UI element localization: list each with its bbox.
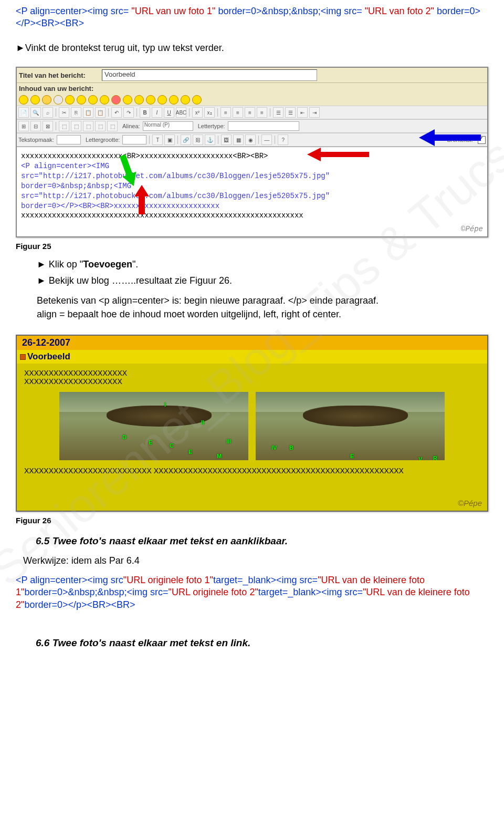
- tekstopmaak-label: Tekstopmaak:: [18, 137, 54, 143]
- code-text: <P align=center><img src=: [16, 6, 129, 16]
- code-text: "URL van foto 2": [365, 6, 434, 16]
- editor-source-area[interactable]: xxxxxxxxxxxxxxxxxxxxxxx<BR>xxxxxxxxxxxxx…: [17, 147, 487, 236]
- svg-marker-1: [119, 154, 138, 187]
- copy-icon[interactable]: ⎘: [71, 107, 81, 118]
- align-justify-icon[interactable]: ≡: [257, 107, 267, 118]
- list-icon[interactable]: ☰: [273, 107, 284, 118]
- tb-btn[interactable]: 🔍: [30, 107, 41, 118]
- blog-text: XXXXXXXXXXXXXXXXXXXXXXXXXX XXXXXXXXXXXXX…: [24, 467, 480, 475]
- tb-btn[interactable]: ⌕: [43, 107, 53, 118]
- outdent-icon[interactable]: ⇤: [297, 107, 308, 118]
- alinea-label: Alinea:: [122, 123, 140, 129]
- list-ol-icon[interactable]: ☰: [285, 107, 296, 118]
- tb-btn[interactable]: ⬚: [59, 121, 69, 131]
- svg-marker-3: [134, 185, 149, 214]
- toolbar-row-2: ⊞ ⊟ ⊠ ⬚ ⬚ ⬚ ⬚ ⬚ Alinea: Normal (P) Lette…: [17, 119, 487, 133]
- tb-btn[interactable]: ⊞: [18, 121, 29, 131]
- code-text: <P align=center><img src: [16, 575, 123, 585]
- code-block-2: <P align=center><img src"URL originele f…: [16, 574, 488, 611]
- toolbar-row-1: 📄 🔍 ⌕ ✂ ⎘ 📋 📋 ↶ ↷ B I U ABC x² x₂ ≡ ≡ ≡ …: [17, 106, 487, 119]
- align-left-icon[interactable]: ≡: [220, 107, 231, 118]
- link-icon[interactable]: 🔗: [181, 134, 191, 145]
- code-text: "URL originele foto 2": [169, 587, 258, 597]
- src-line: border=0></P><BR><BR>xxxxxxxxxxxxxxxxxxx…: [21, 202, 219, 210]
- title-input[interactable]: Voorbeeld: [102, 69, 317, 81]
- anchor-icon[interactable]: ⚓: [205, 134, 215, 145]
- help-icon[interactable]: ?: [278, 134, 288, 145]
- emoji-icon[interactable]: [77, 95, 86, 105]
- emoji-icon[interactable]: [169, 95, 178, 105]
- emoji-icon[interactable]: [42, 95, 51, 105]
- src-line: xxxxxxxxxxxxxxxxxxxxxxx<BR>xxxxxxxxxxxxx…: [21, 152, 268, 160]
- code-text: border=0></p><BR><BR>: [24, 599, 135, 610]
- cut-icon[interactable]: ✂: [59, 107, 69, 118]
- blog-signature: ©Pépe: [458, 499, 482, 508]
- font-select[interactable]: [228, 121, 299, 131]
- emoji-icon[interactable]: [134, 95, 144, 105]
- blue-arrow-icon: [419, 125, 482, 150]
- alinea-select[interactable]: Normal (P): [143, 121, 193, 131]
- explanation-1: Betekenis van <p align=center> is: begin…: [16, 294, 488, 307]
- tb-btn[interactable]: ⬚: [107, 121, 118, 131]
- underline-icon[interactable]: U: [164, 107, 174, 118]
- svg-marker-2: [307, 148, 369, 161]
- tb-btn[interactable]: 📄: [18, 107, 29, 118]
- emoji-icon[interactable]: [30, 95, 40, 105]
- step-bekijk: ► Bekijk uw blog ……..resultaat zie Figuu…: [16, 274, 488, 287]
- blog-title: Voorbeeld: [17, 350, 487, 364]
- emoji-icon[interactable]: [192, 95, 202, 105]
- undo-icon[interactable]: ↶: [111, 107, 122, 118]
- tb-btn[interactable]: ⬚: [95, 121, 106, 131]
- blog-body: XXXXXXXXXXXXXXXXXXXXX XXXXXXXXXXXXXXXXXX…: [17, 364, 487, 511]
- table-icon[interactable]: ▦: [233, 134, 244, 145]
- editor-screenshot: Titel van het bericht: Voorbeeld Inhoud …: [16, 67, 488, 237]
- hr-icon[interactable]: —: [261, 134, 272, 145]
- emoji-icon[interactable]: [111, 95, 121, 105]
- content-label: Inhoud van uw bericht:: [19, 85, 93, 92]
- content-label-row: Inhoud van uw bericht:: [17, 83, 487, 94]
- indent-icon[interactable]: ⇥: [309, 107, 320, 118]
- paste-icon[interactable]: 📋: [95, 107, 106, 118]
- tb-btn[interactable]: ⬚: [71, 121, 81, 131]
- color-icon[interactable]: T: [152, 134, 163, 145]
- green-arrow-icon: [119, 154, 138, 187]
- strike-icon[interactable]: ABC: [176, 107, 186, 118]
- emoji-icon[interactable]: [19, 95, 28, 105]
- emoji-icon[interactable]: [100, 95, 109, 105]
- emoji-icon[interactable]: [54, 95, 63, 105]
- sub-icon[interactable]: x₂: [204, 107, 215, 118]
- tb-btn[interactable]: ◉: [245, 134, 256, 145]
- src-line: border=0>&nbsp;&nbsp;<IMG: [21, 182, 131, 190]
- emoji-icon[interactable]: [146, 95, 155, 105]
- code-text: border=0>&nbsp;&nbsp;<img src=: [24, 587, 168, 597]
- emoji-icon[interactable]: [181, 95, 190, 105]
- size-select[interactable]: [122, 135, 146, 144]
- emoji-icon[interactable]: [158, 95, 167, 105]
- bold-icon[interactable]: B: [140, 107, 150, 118]
- tb-btn[interactable]: ⬚: [83, 121, 93, 131]
- image-icon[interactable]: 🖼: [221, 134, 232, 145]
- sup-icon[interactable]: x²: [192, 107, 203, 118]
- tb-btn[interactable]: ⊟: [30, 121, 41, 131]
- toolbar-row-3: Tekstopmaak: Lettergrootte: T ▣ 🔗 ⛓ ⚓ 🖼 …: [17, 133, 487, 147]
- tb-btn[interactable]: ⊠: [43, 121, 53, 131]
- italic-icon[interactable]: I: [152, 107, 162, 118]
- emoji-icon[interactable]: [65, 95, 75, 105]
- blog-date: 26-12-2007: [17, 336, 487, 350]
- align-right-icon[interactable]: ≡: [245, 107, 255, 118]
- font-label: Lettertype:: [198, 123, 225, 129]
- paste-icon[interactable]: 📋: [83, 107, 93, 118]
- emoji-icon[interactable]: [123, 95, 132, 105]
- tekstopmaak-select[interactable]: [57, 135, 81, 144]
- unlink-icon[interactable]: ⛓: [193, 134, 203, 145]
- title-label: Titel van het bericht:: [19, 71, 102, 79]
- code-text: target=_blank><img src=: [258, 587, 363, 597]
- emoji-icon[interactable]: [88, 95, 98, 105]
- bgcolor-icon[interactable]: ▣: [164, 134, 175, 145]
- blog-images: I II D E C E III M IV B E: [24, 392, 480, 460]
- code-block-1: <P align=center><img src= "URL van uw fo…: [16, 5, 488, 30]
- align-center-icon[interactable]: ≡: [233, 107, 243, 118]
- werkwijze-text: Werkwijze: idem als Par 6.4: [23, 554, 488, 567]
- lettergrootte-label: Lettergrootte:: [86, 137, 120, 143]
- redo-icon[interactable]: ↷: [123, 107, 134, 118]
